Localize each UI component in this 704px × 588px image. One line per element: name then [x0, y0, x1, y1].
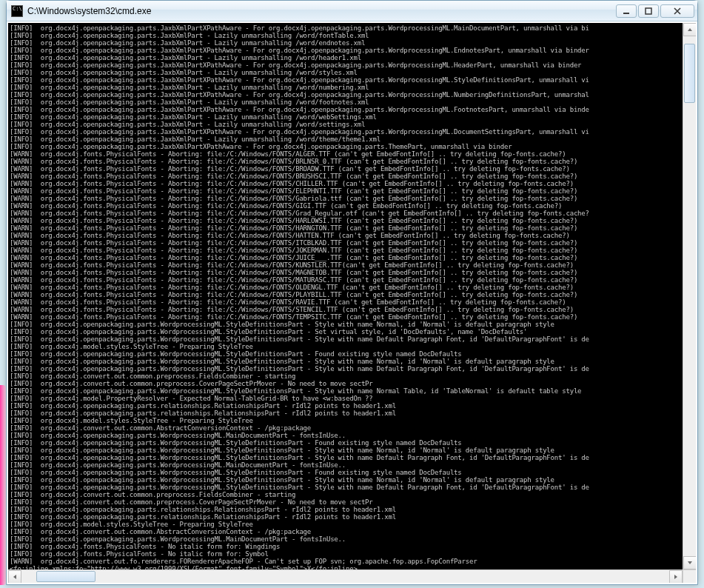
maximize-button[interactable] [638, 4, 659, 18]
chevron-up-icon [687, 27, 693, 33]
cmd-window: C:\Windows\system32\cmd.exe [INFO] org.d… [6, 0, 698, 585]
cmd-icon [11, 5, 23, 17]
svg-rect-0 [623, 13, 629, 14]
chevron-right-icon [673, 574, 679, 580]
horizontal-scroll-thumb[interactable] [36, 571, 95, 582]
close-icon [673, 7, 682, 15]
scroll-left-button[interactable] [8, 570, 21, 583]
vertical-scroll-thumb[interactable] [684, 44, 695, 103]
scroll-down-button[interactable] [683, 556, 696, 569]
maximize-icon [645, 7, 652, 15]
resize-grip[interactable] [683, 570, 696, 583]
window-buttons [616, 4, 694, 18]
svg-rect-1 [646, 8, 651, 14]
background-accent [0, 385, 6, 585]
minimize-icon [623, 7, 630, 15]
vertical-scrollbar[interactable] [683, 23, 696, 569]
scroll-right-button[interactable] [669, 570, 683, 583]
titlebar[interactable]: C:\Windows\system32\cmd.exe [7, 1, 697, 21]
close-button[interactable] [660, 4, 694, 18]
minimize-button[interactable] [616, 4, 637, 18]
chevron-left-icon [12, 574, 18, 580]
horizontal-scrollbar[interactable] [8, 569, 696, 583]
horizontal-scroll-track[interactable] [21, 570, 669, 583]
scroll-up-button[interactable] [683, 23, 696, 36]
window-title: C:\Windows\system32\cmd.exe [27, 6, 616, 16]
console-area: [INFO] org.docx4j.openpackaging.parts.Ja… [8, 23, 696, 583]
vertical-scroll-track[interactable] [683, 36, 696, 556]
console-output[interactable]: [INFO] org.docx4j.openpackaging.parts.Ja… [8, 23, 683, 569]
chevron-down-icon [687, 560, 693, 566]
